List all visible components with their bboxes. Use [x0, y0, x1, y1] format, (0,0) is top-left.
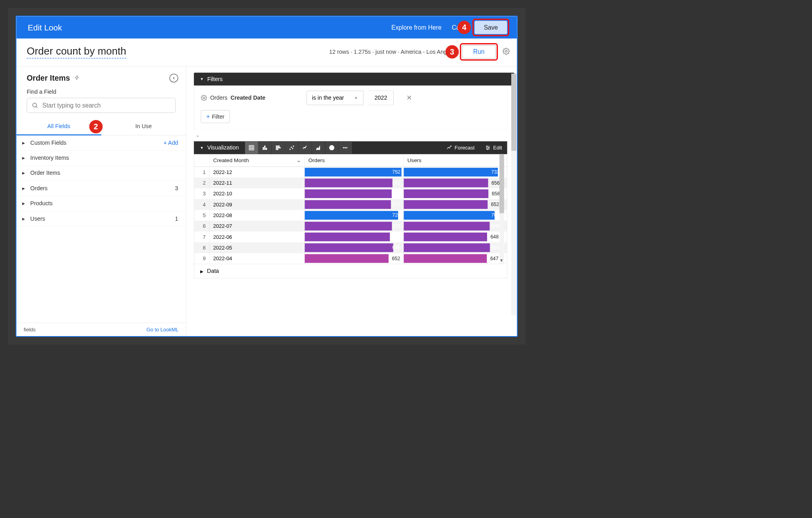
viz-type-line[interactable]	[298, 141, 312, 154]
viz-type-area[interactable]	[312, 141, 325, 154]
chevron-right-icon: ▸	[22, 200, 27, 207]
collapse-section-icon[interactable]: ⌄	[194, 132, 514, 139]
table-row[interactable]: 52022-08726707	[194, 210, 507, 221]
tab-all-fields[interactable]: All Fields	[16, 118, 101, 135]
field-group-inventory-items[interactable]: ▸Inventory Items	[16, 151, 186, 166]
field-group-label: Custom Fields	[30, 140, 164, 146]
column-header-month[interactable]: Created Month ⌄	[210, 154, 305, 166]
field-group-custom-fields[interactable]: ▸Custom Fields+ Add	[16, 135, 186, 150]
gear-icon[interactable]	[503, 48, 510, 56]
chevron-down-icon: ▼	[200, 146, 204, 149]
field-group-orders[interactable]: ▸Orders3	[16, 181, 186, 196]
fields-footer-label: fields	[24, 327, 36, 333]
row-index: 1	[194, 167, 210, 178]
row-index: 5	[194, 210, 210, 221]
table-row[interactable]: 92022-04652647	[194, 253, 507, 264]
add-filter-button[interactable]: + Filter	[201, 110, 230, 123]
chevron-right-icon: ▶	[200, 268, 203, 273]
field-group-users[interactable]: ▸Users1	[16, 211, 186, 226]
svg-point-17	[293, 146, 294, 147]
find-field-label: Find a Field	[16, 85, 186, 98]
cell-month: 2022-04	[210, 253, 305, 264]
run-button[interactable]: Run	[462, 45, 496, 59]
data-panel-header[interactable]: ▶ Data	[194, 264, 507, 278]
column-header-orders[interactable]: Orders	[305, 154, 404, 166]
table-row[interactable]: 22022-11681656	[194, 178, 507, 188]
chevron-right-icon: ▸	[22, 140, 27, 146]
explore-name: Order Items	[27, 74, 70, 82]
cell-month: 2022-07	[210, 221, 305, 231]
table-row[interactable]: 32022-10675658	[194, 188, 507, 199]
viz-type-pie[interactable]	[325, 141, 339, 154]
explore-from-here-link[interactable]: Explore from Here	[391, 24, 442, 31]
row-index: 6	[194, 221, 210, 231]
annotation-outline-save: Save	[472, 19, 509, 36]
filter-value-input[interactable]: 2022	[368, 91, 394, 105]
cell-orders: 678	[305, 221, 404, 231]
clear-filter-icon[interactable]: ✕	[406, 94, 412, 102]
save-button[interactable]: Save	[474, 21, 507, 34]
go-to-lookml-link[interactable]: Go to LookML	[146, 327, 179, 333]
table-row[interactable]: 82022-05688669	[194, 242, 507, 253]
svg-point-16	[292, 148, 294, 149]
viz-type-bar[interactable]	[272, 141, 285, 154]
cell-users: 647	[404, 253, 503, 264]
cell-orders: 688	[305, 242, 404, 253]
chevron-right-icon: ▸	[22, 185, 27, 192]
cell-month: 2022-12	[210, 167, 305, 178]
svg-point-2	[203, 97, 205, 99]
edit-viz-button[interactable]: Edit	[480, 145, 507, 151]
field-group-order-items[interactable]: ▸Order Items	[16, 166, 186, 181]
row-index: 4	[194, 199, 210, 210]
main-scrollbar[interactable]	[511, 74, 516, 316]
search-field[interactable]	[42, 102, 171, 109]
svg-point-26	[486, 146, 487, 147]
annotation-badge-4: 4	[457, 21, 471, 34]
svg-point-20	[345, 147, 346, 148]
chevron-down-icon: ▼	[354, 96, 358, 100]
table-row[interactable]: 62022-07678668	[194, 221, 507, 231]
row-index: 7	[194, 232, 210, 242]
viz-type-more[interactable]	[339, 141, 352, 154]
table-row[interactable]: 12022-12752732	[194, 167, 507, 178]
filter-operator-select[interactable]: is in the year ▼	[307, 91, 363, 105]
cell-month: 2022-10	[210, 188, 305, 199]
bolt-icon[interactable]	[75, 74, 80, 82]
svg-point-22	[451, 146, 451, 146]
chevron-right-icon: ▸	[22, 170, 27, 177]
field-group-products[interactable]: ▸Products	[16, 196, 186, 211]
forecast-button[interactable]: Forecast	[441, 145, 480, 151]
svg-rect-12	[276, 147, 281, 148]
tab-in-use[interactable]: In Use	[101, 118, 186, 135]
table-scrollbar[interactable]	[499, 154, 504, 264]
viz-type-column[interactable]	[258, 141, 272, 154]
column-header-users[interactable]: Users	[404, 154, 503, 166]
viz-type-table[interactable]	[245, 141, 258, 154]
filter-field-label[interactable]: Orders Created Date	[201, 95, 265, 101]
add-custom-field-link[interactable]: + Add	[163, 140, 178, 146]
svg-rect-10	[266, 148, 267, 150]
plus-icon: +	[206, 113, 210, 120]
svg-rect-8	[263, 147, 264, 150]
svg-point-28	[487, 149, 488, 149]
page-title: Edit Look	[28, 23, 391, 32]
table-row[interactable]: 72022-06662648	[194, 232, 507, 242]
cell-orders: 681	[305, 178, 404, 188]
query-stats: 12 rows · 1.275s · just now · America - …	[329, 49, 457, 55]
field-group-label: Order Items	[30, 170, 178, 177]
search-input[interactable]	[27, 98, 175, 113]
look-title-input[interactable]: Order count by month	[27, 45, 126, 59]
visualization-panel-header[interactable]: ▼ Visualization	[194, 141, 245, 154]
table-row[interactable]: 42022-09671652	[194, 199, 507, 210]
scroll-down-icon[interactable]: ▼	[499, 258, 503, 263]
cell-users: 669	[404, 242, 503, 253]
collapse-sidebar-icon[interactable]	[169, 74, 178, 82]
viz-type-scatter[interactable]	[285, 141, 299, 154]
cell-users: 656	[404, 178, 503, 188]
svg-rect-13	[276, 149, 279, 150]
cell-users: 707	[404, 210, 503, 221]
cell-users: 652	[404, 199, 503, 210]
field-group-label: Orders	[30, 185, 175, 192]
filters-panel-header[interactable]: ▼ Filters	[194, 73, 514, 86]
cell-orders: 662	[305, 232, 404, 242]
